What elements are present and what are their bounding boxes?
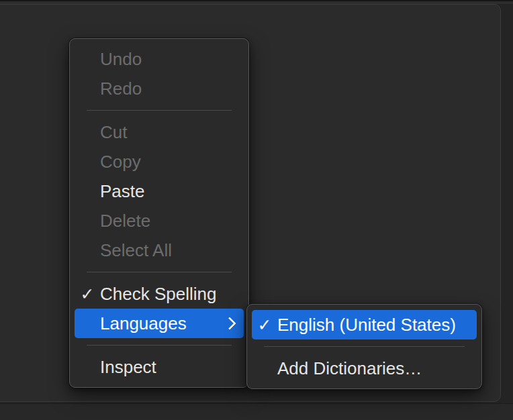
menu-item-label: Paste	[100, 181, 145, 202]
menu-item-select-all[interactable]: Select All	[75, 235, 244, 265]
menu-item-label: Copy	[100, 152, 141, 172]
menu-item-inspect[interactable]: Inspect	[75, 352, 244, 382]
languages-submenu: ✓ English (United States) Add Dictionari…	[246, 304, 482, 389]
menu-item-paste[interactable]: Paste	[75, 176, 244, 206]
chevron-right-icon	[223, 317, 236, 330]
menu-item-label: Select All	[100, 240, 172, 261]
menu-item-redo[interactable]: Redo	[75, 74, 244, 103]
window-bottom-strip	[0, 403, 513, 420]
submenu-item-english-united-states[interactable]: ✓ English (United States)	[252, 310, 477, 339]
menu-item-languages[interactable]: Languages	[75, 309, 244, 338]
menu-item-label: Cut	[100, 122, 127, 143]
menu-item-label: Undo	[100, 49, 142, 70]
submenu-item-add-dictionaries[interactable]: Add Dictionaries…	[252, 354, 477, 383]
context-menu: Undo Redo Cut Copy Paste Delete Select A…	[69, 38, 249, 388]
screen: Undo Redo Cut Copy Paste Delete Select A…	[0, 0, 513, 420]
menu-separator	[87, 110, 232, 111]
menu-item-check-spelling[interactable]: ✓ Check Spelling	[75, 279, 244, 309]
menu-item-undo[interactable]: Undo	[75, 44, 244, 74]
menu-separator	[264, 346, 465, 347]
checkmark-icon: ✓	[252, 317, 277, 333]
menu-item-label: Delete	[100, 211, 150, 231]
menu-item-label: Inspect	[100, 357, 156, 378]
menu-item-label: Add Dictionaries…	[277, 358, 422, 379]
menu-item-label: Check Spelling	[100, 284, 216, 305]
menu-item-label: Languages	[100, 313, 187, 334]
menu-separator	[87, 345, 232, 346]
checkmark-icon: ✓	[75, 286, 100, 303]
menu-item-copy[interactable]: Copy	[75, 147, 244, 176]
menu-item-label: Redo	[100, 78, 142, 99]
menu-separator	[87, 272, 232, 272]
menu-item-cut[interactable]: Cut	[75, 117, 244, 147]
menu-item-delete[interactable]: Delete	[75, 206, 244, 235]
menu-item-label: English (United States)	[277, 315, 456, 335]
